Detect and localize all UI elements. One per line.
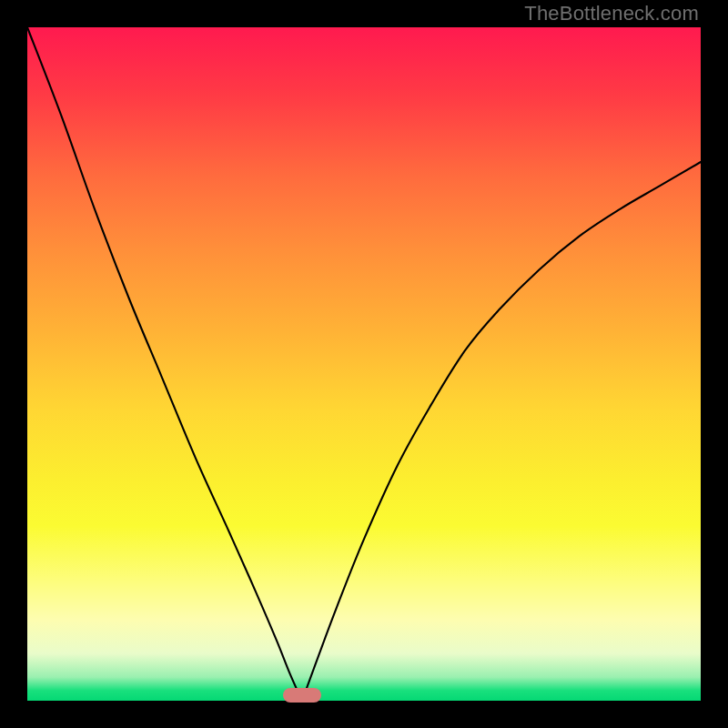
chart-frame: TheBottleneck.com xyxy=(0,0,728,728)
watermark-text: TheBottleneck.com xyxy=(524,2,699,25)
optimal-marker xyxy=(283,688,321,703)
curve-right-branch xyxy=(302,162,701,701)
curve-left-branch xyxy=(27,27,302,701)
plot-area xyxy=(27,27,701,701)
bottleneck-curve xyxy=(27,27,701,701)
